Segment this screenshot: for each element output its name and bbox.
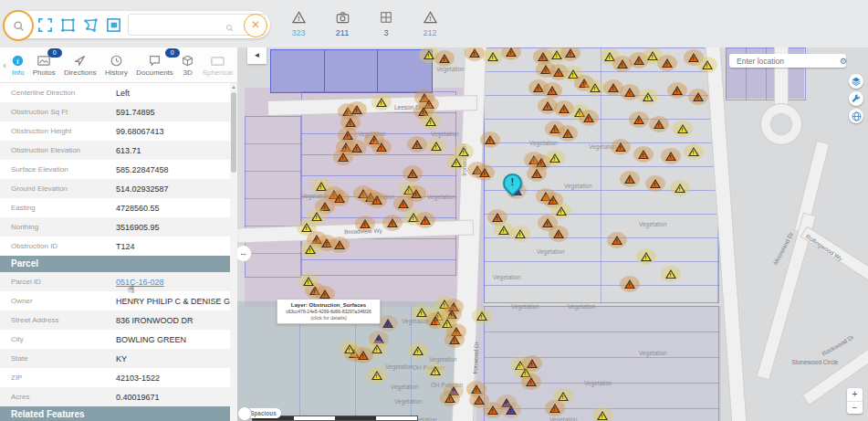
exclamation-glyph: ! [489, 138, 491, 143]
tab-badge: 0 [165, 48, 180, 58]
chevron-left-icon[interactable]: ‹ [0, 59, 9, 70]
zoom-out-button[interactable]: − [847, 402, 863, 415]
area-label-vegetation: Vegetation [564, 183, 592, 189]
field-label: Obstruction Height [0, 127, 116, 135]
tab-directions[interactable]: Directions [63, 52, 98, 79]
exclamation-glyph: ! [356, 108, 358, 113]
collapse-panel-button[interactable]: ◄ [247, 47, 267, 64]
exclamation-glyph: ! [454, 338, 455, 343]
tooltip-feature-id: c63cc478-24e5-4299-8d66-83297a346f26 [279, 309, 378, 314]
exclamation-glyph: ! [545, 68, 547, 73]
map-canvas[interactable]: Leeson DrIronwood DrIronwood DrBroadview… [237, 47, 868, 421]
tab-label: Photos [33, 68, 56, 77]
exclamation-glyph: ! [679, 186, 681, 192]
exclamation-glyph: ! [670, 272, 672, 278]
exclamation-glyph: ! [430, 120, 432, 125]
attribute-row: Centerline DirectionLeft [0, 83, 237, 102]
attribute-row: Obstruction IDT124 [0, 237, 237, 256]
exclamation-glyph: ! [551, 89, 553, 94]
field-value-link[interactable]: 051C-16-028 [116, 278, 164, 287]
exclamation-glyph: ! [609, 55, 611, 60]
exclamation-glyph: ! [421, 310, 423, 316]
exclamation-glyph: ! [547, 104, 549, 110]
field-value: 591.74895 [116, 108, 155, 117]
exclamation-glyph: ! [570, 51, 571, 57]
exclamation-glyph: ! [706, 63, 708, 68]
exclamation-glyph: ! [392, 221, 393, 226]
map-search-box: ⚙ [729, 54, 846, 68]
attribute-row: Obstruction Elevation613.71 [0, 141, 237, 160]
field-label: Acres [0, 393, 116, 401]
clear-search-button[interactable]: ✕ [244, 14, 267, 37]
tooltip-hint: (click for details) [279, 315, 378, 321]
exclamation-glyph: ! [350, 121, 351, 126]
attribute-row: Parcel ID051C-16-028 [0, 272, 237, 291]
exclamation-glyph: ! [629, 177, 631, 183]
parcel-grid [245, 116, 301, 278]
exclamation-glyph: ! [349, 347, 350, 353]
stat-grid-2[interactable]: 3 [372, 11, 400, 37]
selection-toolbar: ✕ [4, 11, 270, 38]
exclamation-glyph: ! [654, 182, 656, 187]
area-label-vegetation: Vegetation [385, 363, 413, 370]
tab-history[interactable]: History [104, 52, 129, 79]
stat-count: 323 [285, 28, 312, 37]
exclamation-glyph: ! [510, 50, 512, 56]
street-label: Rockwood Dr [821, 333, 854, 357]
attribute-row: Ground Elevation514.02932587 [0, 179, 237, 198]
tab-photos[interactable]: Photos0 [32, 52, 57, 79]
area-label-vegetation: Vegetation [436, 66, 465, 72]
tab-3d[interactable]: 3D [181, 52, 194, 79]
tab-info[interactable]: iInfo [11, 52, 25, 79]
attribute-row: Obstruction Sq Ft591.74895 [0, 102, 237, 121]
map-location-input[interactable] [735, 56, 840, 67]
exclamation-glyph: ! [682, 127, 684, 132]
rectangle-select-icon[interactable] [59, 16, 77, 34]
feature-tooltip[interactable]: Layer: Obstruction_Surfaces c63cc478-24e… [277, 299, 381, 324]
exclamation-glyph: ! [309, 247, 311, 253]
selected-parcel-block[interactable] [270, 49, 433, 93]
sidebar-scrollbar[interactable]: ▲ [230, 83, 237, 421]
tab-label: History [105, 68, 128, 77]
polygon-select-icon[interactable] [82, 16, 99, 34]
tab-documents[interactable]: Documents0 [135, 52, 173, 79]
info-icon: i [12, 54, 24, 67]
exclamation-glyph: ! [481, 314, 483, 320]
field-value: 585.22847458 [116, 165, 169, 174]
scroll-up-icon[interactable]: ▲ [230, 83, 237, 90]
tools-button[interactable] [849, 91, 863, 106]
basemap-button[interactable] [849, 109, 863, 123]
scrollbar-thumb[interactable] [231, 92, 236, 173]
exclamation-glyph: ! [638, 58, 640, 64]
zoom-in-button[interactable]: + [847, 388, 863, 402]
tab-label: 3D [182, 68, 193, 77]
basemap-style-pill[interactable]: Spacious [239, 408, 281, 418]
exclamation-glyph: ! [376, 347, 378, 353]
exclamation-glyph: ! [342, 155, 344, 161]
attribute-row: Northing3516905.95 [0, 217, 237, 237]
stat-warning-triangle-3[interactable]: !212 [416, 11, 444, 37]
zoom-controls: + − [847, 388, 863, 414]
exclamation-glyph: ! [403, 202, 404, 207]
details-sidebar: ‹ iInfoPhotos0DirectionsHistoryDocuments… [0, 47, 237, 421]
layers-button[interactable] [849, 74, 863, 89]
gear-icon[interactable]: ⚙ [840, 57, 847, 66]
search-icon[interactable] [3, 10, 34, 41]
field-label: Northing [0, 223, 116, 231]
exclamation-glyph: ! [629, 90, 631, 96]
exclamation-glyph: ! [356, 146, 358, 152]
stat-warning-triangle-0[interactable]: !323 [285, 11, 312, 37]
area-label-vegetation: Vegetation [537, 248, 565, 255]
exclamation-glyph: ! [567, 132, 569, 137]
exclamation-glyph: ! [558, 232, 559, 237]
lasso-select-icon[interactable] [105, 16, 122, 34]
section-header-related-features: Related Features [0, 406, 237, 421]
exclamation-glyph: ! [417, 349, 419, 354]
exclamation-glyph: ! [478, 398, 480, 404]
field-label: Surface Elevation [0, 165, 116, 174]
exclamation-glyph: ! [629, 282, 631, 288]
warning-triangle-icon: ! [424, 11, 437, 26]
extent-select-icon[interactable] [37, 16, 54, 34]
stat-camera-1[interactable]: 211 [329, 11, 356, 37]
field-label: City [0, 335, 116, 343]
